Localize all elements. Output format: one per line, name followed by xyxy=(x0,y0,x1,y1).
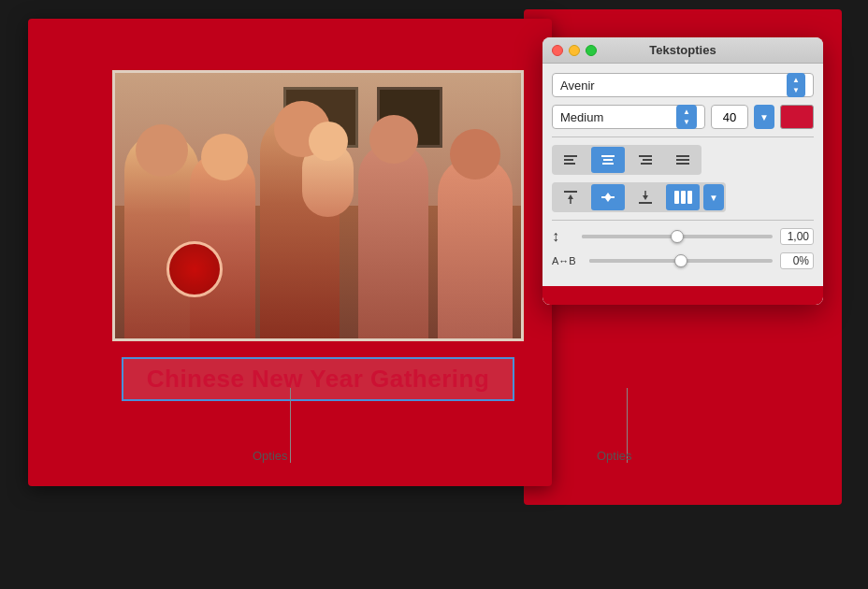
svg-marker-13 xyxy=(568,194,573,199)
line-spacing-fill xyxy=(582,235,677,238)
dropdown-chevron: ▼ xyxy=(760,112,769,122)
line-spacing-icon: ↕ xyxy=(552,228,574,245)
valign-bottom-button[interactable] xyxy=(629,184,662,210)
font-weight-select[interactable]: Medium ▲ ▼ xyxy=(552,105,705,129)
char-spacing-row: A↔B 0% xyxy=(552,252,814,269)
font-weight-stepper[interactable]: ▲ ▼ xyxy=(676,105,697,129)
panel-title: Tekstopties xyxy=(649,43,716,57)
font-color-swatch[interactable] xyxy=(780,105,814,129)
separator-2 xyxy=(552,220,814,221)
font-family-row: Avenir ▲ ▼ xyxy=(552,73,814,97)
align-right-icon xyxy=(638,153,653,166)
align-center-icon xyxy=(600,153,615,166)
line-spacing-value: 1,00 xyxy=(780,228,814,245)
char-spacing-icon: A↔B xyxy=(552,255,582,266)
font-family-select[interactable]: Avenir ▲ ▼ xyxy=(552,73,814,97)
photo-area xyxy=(112,70,524,341)
v-align-group: ▼ xyxy=(552,182,726,212)
stepper-down-arrow: ▼ xyxy=(792,87,800,94)
line-spacing-thumb[interactable] xyxy=(671,230,684,243)
panel-body: Avenir ▲ ▼ Medium ▲ ▼ 40 ▼ xyxy=(542,64,823,286)
panel-footer xyxy=(542,286,823,305)
font-weight-label: Medium xyxy=(560,110,603,124)
line-spacing-row: ↕ 1,00 xyxy=(552,228,814,245)
columns-chevron: ▼ xyxy=(709,193,718,203)
valign-top-button[interactable] xyxy=(554,184,587,210)
line-spacing-track[interactable] xyxy=(582,235,773,238)
deco-ornament xyxy=(166,241,223,297)
font-size-box[interactable]: 40 xyxy=(711,105,748,129)
separator-1 xyxy=(552,136,814,137)
minimize-button[interactable] xyxy=(569,45,580,56)
valign-middle-button[interactable] xyxy=(591,184,625,210)
callout-label-left: Opties xyxy=(253,449,288,463)
close-button[interactable] xyxy=(552,45,563,56)
char-spacing-fill xyxy=(589,259,681,263)
valign-middle-icon xyxy=(600,190,615,205)
valign-bottom-icon xyxy=(638,190,653,205)
text-selection-box[interactable]: Chinese New Year Gathering xyxy=(122,357,514,401)
callout-label-right: Opties xyxy=(597,449,632,463)
char-spacing-track[interactable] xyxy=(589,259,773,263)
stepper-up-arrow: ▲ xyxy=(792,77,800,84)
columns-icon xyxy=(674,191,692,204)
align-left-button[interactable] xyxy=(554,147,587,173)
weight-up: ▲ xyxy=(683,108,690,116)
tekstopties-panel: Tekstopties Avenir ▲ ▼ Medium ▲ ▼ xyxy=(542,37,823,305)
maximize-button[interactable] xyxy=(586,45,597,56)
traffic-lights xyxy=(552,45,597,56)
columns-button[interactable] xyxy=(666,184,700,210)
font-weight-row: Medium ▲ ▼ 40 ▼ xyxy=(552,105,814,129)
photo-content xyxy=(115,73,521,338)
valign-top-icon xyxy=(563,190,578,205)
align-justify-button[interactable] xyxy=(666,147,700,173)
align-center-button[interactable] xyxy=(591,147,625,173)
align-left-icon xyxy=(563,153,578,166)
h-align-group xyxy=(552,145,702,175)
columns-dropdown[interactable]: ▼ xyxy=(703,184,724,210)
char-spacing-value: 0% xyxy=(780,252,814,269)
char-spacing-thumb[interactable] xyxy=(674,254,687,267)
card-title: Chinese New Year Gathering xyxy=(147,365,490,393)
font-size-value: 40 xyxy=(723,110,736,124)
svg-marker-17 xyxy=(605,198,611,202)
align-right-button[interactable] xyxy=(629,147,662,173)
font-size-dropdown[interactable]: ▼ xyxy=(754,105,774,129)
text-box-area: Chinese New Year Gathering xyxy=(112,355,524,402)
v-align-row: ▼ xyxy=(552,182,814,212)
svg-marker-19 xyxy=(643,195,648,200)
panel-titlebar: Tekstopties xyxy=(542,37,823,64)
font-family-label: Avenir xyxy=(560,79,595,93)
weight-down: ▼ xyxy=(683,118,690,126)
h-align-row xyxy=(552,145,814,175)
align-justify-icon xyxy=(675,153,690,166)
svg-marker-16 xyxy=(605,193,611,196)
callout-line-left xyxy=(290,388,291,463)
font-family-stepper[interactable]: ▲ ▼ xyxy=(787,73,805,97)
